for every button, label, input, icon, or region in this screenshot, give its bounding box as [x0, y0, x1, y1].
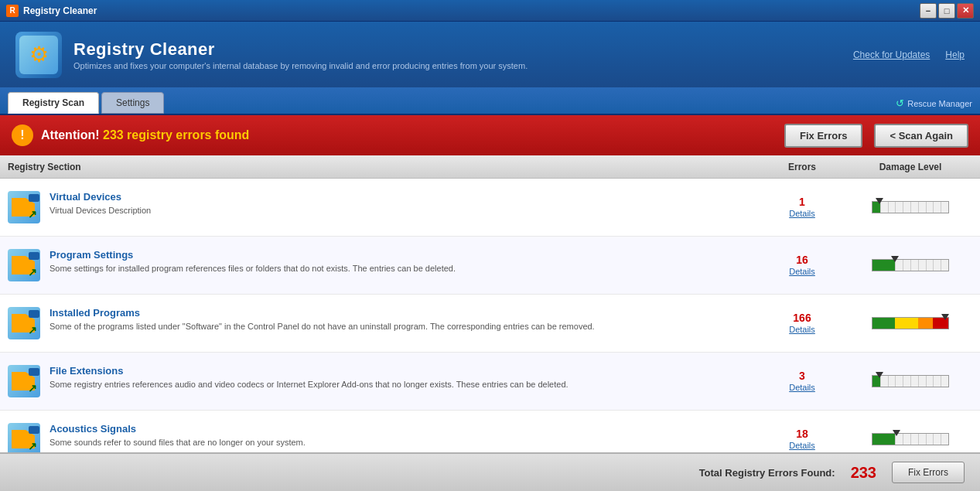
row-text-3: File Extensions Some registry entries re… — [50, 365, 569, 390]
col-damage-val-4 — [849, 433, 972, 445]
row-left-4: ↗ Acoustics Signals Some sounds refer to… — [8, 423, 756, 452]
table-row: ↗ Acoustics Signals Some sounds refer to… — [0, 411, 980, 452]
row-desc-3: Some registry entries references audio a… — [50, 379, 569, 390]
table-row: ↗ Virtual Devices Virtual Devices Descri… — [0, 179, 980, 237]
footer-total-label: Total Registry Errors Found: — [699, 467, 835, 479]
row-icon-arrow-3: ↗ — [28, 382, 37, 394]
row-text-1: Program Settings Some settings for insta… — [50, 249, 456, 274]
error-count-0: 1 — [756, 196, 849, 208]
row-text-4: Acoustics Signals Some sounds refer to s… — [50, 423, 306, 448]
attention-message: 233 registry errors found — [100, 128, 250, 142]
col-damage-val-1 — [849, 259, 972, 271]
app-header: ⚙ Registry Cleaner Optimizes and fixes y… — [0, 22, 980, 87]
scan-again-button[interactable]: < Scan Again — [874, 124, 968, 148]
row-left-3: ↗ File Extensions Some registry entries … — [8, 365, 756, 397]
attention-banner: ! Attention! 233 registry errors found F… — [0, 115, 980, 155]
table-row: ↗ Installed Programs Some of the program… — [0, 295, 980, 353]
row-icon-0: ↗ — [8, 191, 40, 223]
window-title-bar: R Registry Cleaner − □ ✕ — [0, 0, 980, 22]
fix-errors-button-top[interactable]: Fix Errors — [784, 124, 862, 148]
header-left: ⚙ Registry Cleaner Optimizes and fixes y… — [15, 32, 528, 78]
error-count-4: 18 — [756, 428, 849, 440]
row-text-0: Virtual Devices Virtual Devices Descript… — [50, 191, 151, 217]
row-desc-2: Some of the programs listed under "Softw… — [50, 321, 595, 332]
col-errors-val-0: 1 Details — [756, 196, 849, 219]
tab-bar: Registry Scan Settings ↺ Rescue Manager — [0, 87, 980, 115]
logo-gear-icon: ⚙ — [29, 42, 49, 67]
error-count-3: 3 — [756, 370, 849, 382]
rescue-icon: ↺ — [896, 97, 904, 109]
close-button[interactable]: ✕ — [957, 3, 974, 19]
attention-label: Attention! — [41, 128, 100, 142]
app-logo: ⚙ — [15, 32, 62, 78]
error-count-2: 166 — [756, 312, 849, 324]
details-link-1[interactable]: Details — [789, 267, 815, 276]
header-right: Check for Updates Help — [853, 49, 965, 60]
tab-registry-scan[interactable]: Registry Scan — [8, 92, 99, 114]
col-damage-val-0 — [849, 201, 972, 213]
row-icon-arrow-4: ↗ — [28, 440, 37, 452]
row-left-1: ↗ Program Settings Some settings for ins… — [8, 249, 756, 281]
col-errors-val-3: 3 Details — [756, 370, 849, 393]
col-errors-val-2: 166 Details — [756, 312, 849, 335]
details-link-2[interactable]: Details — [789, 325, 815, 334]
row-icon-4: ↗ — [8, 423, 40, 452]
row-icon-3: ↗ — [8, 365, 40, 397]
window-controls: − □ ✕ — [920, 3, 974, 19]
error-count-1: 16 — [756, 254, 849, 266]
minimize-button[interactable]: − — [920, 3, 937, 19]
row-icon-1: ↗ — [8, 249, 40, 281]
details-link-0[interactable]: Details — [789, 209, 815, 218]
app-subtitle: Optimizes and fixes your computer's inte… — [73, 61, 528, 70]
details-link-4[interactable]: Details — [789, 441, 815, 450]
table-content: ↗ Virtual Devices Virtual Devices Descri… — [0, 179, 980, 452]
table-header: Registry Section Errors Damage Level — [0, 155, 980, 179]
window-title: Registry Cleaner — [23, 5, 920, 16]
footer-total-count: 233 — [851, 464, 876, 482]
tab-settings[interactable]: Settings — [101, 92, 164, 114]
row-title-2[interactable]: Installed Programs — [50, 307, 140, 319]
col-damage-val-2 — [849, 317, 972, 329]
row-left-0: ↗ Virtual Devices Virtual Devices Descri… — [8, 191, 756, 223]
row-desc-0: Virtual Devices Description — [50, 205, 151, 217]
row-desc-1: Some settings for installed program refe… — [50, 263, 456, 274]
row-title-0[interactable]: Virtual Devices — [50, 191, 121, 203]
fix-errors-button-footer[interactable]: Fix Errors — [892, 462, 965, 483]
row-icon-2: ↗ — [8, 307, 40, 339]
table-row: ↗ File Extensions Some registry entries … — [0, 353, 980, 411]
row-title-3[interactable]: File Extensions — [50, 365, 123, 377]
app-title-block: Registry Cleaner Optimizes and fixes you… — [73, 39, 528, 70]
row-title-1[interactable]: Program Settings — [50, 249, 133, 261]
help-link[interactable]: Help — [945, 49, 965, 60]
rescue-manager-link[interactable]: ↺ Rescue Manager — [896, 97, 972, 109]
maximize-button[interactable]: □ — [938, 3, 955, 19]
row-icon-arrow-2: ↗ — [28, 324, 37, 336]
col-damage-header: Damage Level — [849, 162, 972, 172]
row-title-4[interactable]: Acoustics Signals — [50, 423, 136, 435]
window-app-icon: R — [6, 5, 19, 17]
col-errors-val-1: 16 Details — [756, 254, 849, 277]
app-title: Registry Cleaner — [73, 39, 528, 60]
row-icon-arrow-1: ↗ — [28, 266, 37, 278]
attention-text: Attention! 233 registry errors found — [41, 128, 777, 142]
check-updates-link[interactable]: Check for Updates — [853, 49, 930, 60]
logo-inner: ⚙ — [19, 36, 58, 74]
row-text-2: Installed Programs Some of the programs … — [50, 307, 595, 332]
row-left-2: ↗ Installed Programs Some of the program… — [8, 307, 756, 339]
col-errors-val-4: 18 Details — [756, 428, 849, 451]
attention-icon: ! — [12, 124, 33, 146]
col-section-header: Registry Section — [8, 162, 756, 172]
row-icon-arrow-0: ↗ — [28, 208, 37, 220]
footer-bar: Total Registry Errors Found: 233 Fix Err… — [0, 452, 980, 491]
details-link-3[interactable]: Details — [789, 383, 815, 392]
table-row: ↗ Program Settings Some settings for ins… — [0, 237, 980, 295]
col-errors-header: Errors — [756, 162, 849, 172]
row-desc-4: Some sounds refer to sound files that ar… — [50, 437, 306, 448]
col-damage-val-3 — [849, 375, 972, 387]
